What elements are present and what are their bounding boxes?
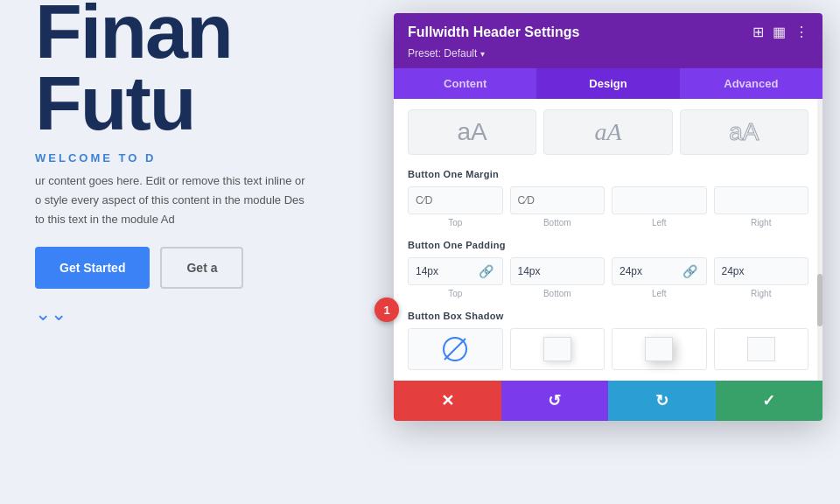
panel-title: Fullwidth Header Settings bbox=[408, 24, 579, 40]
padding-right-field[interactable] bbox=[714, 257, 809, 285]
reset-button[interactable]: ↺ bbox=[501, 381, 609, 421]
more-icon[interactable]: ⋮ bbox=[794, 24, 808, 40]
scroll-chevron: ⌄⌄ bbox=[35, 303, 66, 326]
panel-header-icons: ⊞ ▦ ⋮ bbox=[752, 24, 808, 40]
margin-left-field[interactable] bbox=[612, 186, 707, 214]
bg-body-text: ur content goes here. Edit or remove thi… bbox=[35, 172, 305, 229]
padding-right-label: Right bbox=[714, 289, 809, 298]
padding-top-field[interactable]: 🔗 bbox=[408, 257, 503, 285]
padding-right-input[interactable] bbox=[722, 265, 802, 277]
tab-content[interactable]: Content bbox=[394, 68, 536, 99]
shadow-options bbox=[408, 328, 808, 370]
settings-panel: Fullwidth Header Settings ⊞ ▦ ⋮ Preset: … bbox=[394, 13, 822, 421]
margin-top-field[interactable] bbox=[408, 186, 503, 214]
padding-fields: 🔗 🔗 bbox=[408, 257, 808, 285]
shadow-box-2 bbox=[645, 337, 673, 361]
get-started-button[interactable]: Get Started bbox=[35, 247, 150, 289]
panel-body: aA aA aA Button One Margin bbox=[394, 99, 822, 381]
padding-left-input[interactable] bbox=[620, 265, 681, 277]
padding-section-label: Button One Padding bbox=[408, 240, 808, 250]
shadow-box-3 bbox=[747, 337, 775, 361]
panel-tabs: Content Design Advanced bbox=[394, 68, 822, 99]
column-icon[interactable]: ▦ bbox=[773, 24, 786, 40]
shadow-option-3[interactable] bbox=[714, 328, 809, 370]
preset-selector[interactable]: Preset: Default ▾ bbox=[408, 47, 808, 60]
bg-subtitle: Welcome to D bbox=[35, 151, 156, 164]
preset-arrow-icon: ▾ bbox=[480, 49, 485, 59]
margin-right-label: Right bbox=[714, 218, 809, 228]
margin-right-input[interactable] bbox=[722, 194, 802, 206]
bg-title-line2: Futu bbox=[35, 63, 195, 144]
margin-bottom-input[interactable] bbox=[518, 194, 598, 206]
panel-header: Fullwidth Header Settings ⊞ ▦ ⋮ Preset: … bbox=[394, 13, 822, 68]
font-style-normal[interactable]: aA bbox=[408, 109, 536, 155]
font-style-serif[interactable]: aA bbox=[543, 109, 672, 155]
panel-header-top: Fullwidth Header Settings ⊞ ▦ ⋮ bbox=[408, 24, 808, 40]
expand-icon[interactable]: ⊞ bbox=[752, 24, 764, 40]
shadow-none-option[interactable] bbox=[408, 328, 503, 370]
redo-button[interactable]: ↻ bbox=[608, 381, 716, 421]
padding-bottom-label: Bottom bbox=[510, 289, 606, 298]
bg-buttons: Get Started Get a bbox=[35, 247, 243, 289]
padding-bottom-input[interactable] bbox=[518, 265, 598, 277]
scrollbar-thumb bbox=[817, 274, 822, 326]
margin-top-label: Top bbox=[408, 218, 503, 228]
shadow-option-2[interactable] bbox=[612, 328, 707, 370]
font-style-normal-text: aA bbox=[458, 118, 487, 146]
panel-scrollbar[interactable] bbox=[817, 99, 822, 381]
padding-labels: Top Bottom Left Right bbox=[408, 289, 808, 298]
padding-link-icon-1[interactable]: 🔗 bbox=[479, 264, 494, 278]
padding-link-icon-2[interactable]: 🔗 bbox=[682, 264, 697, 278]
shadow-option-1[interactable] bbox=[510, 328, 606, 370]
padding-bottom-field[interactable] bbox=[510, 257, 606, 285]
margin-bottom-field[interactable] bbox=[510, 186, 606, 214]
padding-left-label: Left bbox=[612, 289, 707, 298]
step-badge: 1 bbox=[374, 298, 399, 322]
margin-fields bbox=[408, 186, 808, 214]
panel-footer: ✕ ↺ ↻ ✓ bbox=[394, 381, 822, 421]
margin-top-input[interactable] bbox=[416, 194, 495, 206]
margin-bottom-label: Bottom bbox=[510, 218, 606, 228]
font-style-outlined[interactable]: aA bbox=[680, 109, 808, 155]
margin-left-input[interactable] bbox=[620, 194, 699, 206]
padding-top-input[interactable] bbox=[416, 265, 477, 277]
preset-label: Preset: Default bbox=[408, 47, 477, 60]
padding-left-field[interactable]: 🔗 bbox=[612, 257, 707, 285]
font-style-serif-text: aA bbox=[594, 118, 621, 146]
save-button[interactable]: ✓ bbox=[716, 381, 823, 421]
shadow-box-1 bbox=[543, 337, 571, 361]
margin-labels: Top Bottom Left Right bbox=[408, 218, 808, 228]
tab-design[interactable]: Design bbox=[536, 68, 679, 99]
cancel-button[interactable]: ✕ bbox=[394, 381, 501, 421]
font-style-outlined-text: aA bbox=[729, 118, 759, 146]
margin-right-field[interactable] bbox=[714, 186, 809, 214]
tab-advanced[interactable]: Advanced bbox=[680, 68, 822, 99]
margin-section-label: Button One Margin bbox=[408, 169, 808, 179]
shadow-section-label: Button Box Shadow bbox=[408, 311, 808, 321]
font-style-row: aA aA aA bbox=[408, 109, 808, 155]
margin-left-label: Left bbox=[612, 218, 707, 228]
get-a-button[interactable]: Get a bbox=[160, 247, 243, 289]
padding-top-label: Top bbox=[408, 289, 503, 298]
no-shadow-icon bbox=[443, 337, 467, 361]
